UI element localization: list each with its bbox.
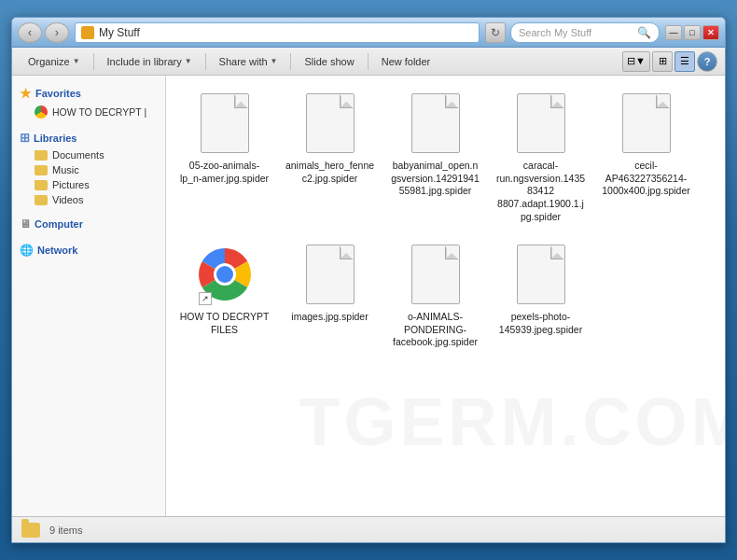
network-header[interactable]: 🌐 Network [12, 241, 165, 259]
file-label-3: caracal-run.ngsversion.143583412 8807.ad… [495, 160, 586, 223]
doc-icon-3 [517, 93, 565, 153]
computer-section: 🖥 Computer [12, 215, 165, 233]
pictures-folder-icon [35, 180, 48, 190]
file-label-7: o-ANIMALS-PONDERING-facebook.jpg.spider [390, 311, 480, 349]
sidebar-item-documents[interactable]: Documents [12, 147, 165, 162]
search-bar[interactable]: Search My Stuff 🔍 [510, 22, 660, 43]
file-area: 05-zoo-animals-lp_n-amer.jpg.spider anim… [166, 76, 725, 364]
favorites-section: ★ Favorites HOW TO DECRYPT | [12, 83, 165, 120]
computer-header[interactable]: 🖥 Computer [12, 215, 165, 233]
file-icon-0 [197, 91, 253, 156]
minimize-button[interactable]: — [665, 25, 682, 40]
sidebar-item-music[interactable]: Music [12, 162, 165, 177]
view-layout-button[interactable]: ⊞ [652, 51, 673, 72]
file-icon-7 [408, 242, 464, 307]
computer-label: Computer [35, 218, 83, 230]
libraries-label: Libraries [34, 133, 76, 144]
file-label-2: babyanimal_open.ngsversion.1429194155981… [390, 160, 480, 198]
view-details-button[interactable]: ☰ [674, 51, 695, 72]
explorer-window: ‹ › My Stuff ↻ Search My Stuff 🔍 — □ ✕ O… [11, 17, 726, 543]
network-icon: 🌐 [20, 244, 34, 257]
star-icon: ★ [20, 86, 32, 101]
doc-icon-4 [622, 93, 671, 153]
organize-dropdown-arrow: ▼ [73, 57, 80, 65]
doc-icon-8 [517, 245, 565, 304]
list-item[interactable]: ↗ HOW TO DECRYPT FILES [175, 236, 273, 355]
refresh-button[interactable]: ↻ [485, 22, 506, 43]
file-label-6: images.jpg.spider [291, 311, 368, 324]
file-label-chrome: HOW TO DECRYPT FILES [179, 311, 270, 336]
toolbar: Organize ▼ Include in library ▼ Share wi… [12, 48, 725, 76]
list-item[interactable]: o-ANIMALS-PONDERING-facebook.jpg.spider [386, 236, 484, 355]
view-extra-button[interactable]: ⊟▼ [622, 51, 650, 72]
file-icon-2 [408, 91, 464, 156]
search-placeholder-text: Search My Stuff [519, 27, 591, 38]
library-icon: ⊞ [20, 131, 30, 145]
organize-button[interactable]: Organize ▼ [20, 51, 89, 72]
list-item[interactable]: cecil-AP463227356214-1000x400.jpg.spider [597, 85, 695, 229]
computer-icon: 🖥 [20, 217, 31, 231]
shortcut-arrow-icon: ↗ [199, 292, 212, 305]
search-icon: 🔍 [637, 26, 651, 39]
file-icon-chrome: ↗ [197, 242, 253, 307]
libraries-header[interactable]: ⊞ Libraries [12, 128, 165, 147]
documents-folder-icon [35, 150, 48, 161]
list-item[interactable]: babyanimal_open.ngsversion.1429194155981… [386, 85, 484, 229]
close-button[interactable]: ✕ [702, 25, 719, 40]
videos-label: Videos [52, 194, 83, 205]
network-label: Network [37, 245, 77, 256]
file-icon-4 [619, 91, 674, 156]
address-bar[interactable]: My Stuff [75, 22, 480, 43]
status-bar: 9 items [12, 516, 725, 542]
help-button[interactable]: ? [697, 51, 717, 72]
back-button[interactable]: ‹ [18, 22, 42, 43]
sidebar-item-videos[interactable]: Videos [12, 192, 165, 207]
address-text: My Stuff [99, 26, 140, 39]
list-item[interactable]: pexels-photo-145939.jpeg.spider [492, 236, 590, 355]
title-bar: ‹ › My Stuff ↻ Search My Stuff 🔍 — □ ✕ [12, 18, 725, 48]
toolbar-separator-2 [205, 53, 206, 70]
status-folder-icon [21, 523, 40, 538]
list-item[interactable]: 05-zoo-animals-lp_n-amer.jpg.spider [175, 85, 273, 229]
libraries-section: ⊞ Libraries Documents Music Pictures [12, 128, 165, 207]
watermark: TGERM.COM [325, 384, 725, 460]
file-label-1: animals_hero_fennec2.jpg.spider [285, 160, 375, 185]
new-folder-button[interactable]: New folder [373, 51, 439, 72]
videos-folder-icon [35, 195, 48, 205]
file-icon-1 [302, 91, 358, 156]
include-dropdown-arrow: ▼ [185, 57, 192, 65]
list-item[interactable]: caracal-run.ngsversion.143583412 8807.ad… [492, 85, 590, 229]
sidebar-item-how-to-decrypt[interactable]: HOW TO DECRYPT | [12, 104, 165, 120]
slide-show-button[interactable]: Slide show [296, 51, 362, 72]
main-content: ★ Favorites HOW TO DECRYPT | ⊞ Libraries… [12, 76, 725, 516]
share-dropdown-arrow: ▼ [271, 57, 278, 65]
include-in-library-button[interactable]: Include in library ▼ [99, 51, 201, 72]
window-controls: — □ ✕ [665, 25, 719, 40]
file-label-4: cecil-AP463227356214-1000x400.jpg.spider [601, 160, 691, 198]
file-label-8: pexels-photo-145939.jpeg.spider [495, 311, 586, 336]
maximize-button[interactable]: □ [684, 25, 701, 40]
favorites-header[interactable]: ★ Favorites [12, 83, 165, 104]
view-icons: ⊟▼ ⊞ ☰ ? [622, 51, 717, 72]
documents-label: Documents [52, 149, 104, 161]
doc-icon-2 [411, 93, 460, 153]
file-label-0: 05-zoo-animals-lp_n-amer.jpg.spider [179, 160, 270, 185]
file-area-wrapper: TGERM.COM 05-zoo-animals-lp_n-amer.jpg.s… [166, 76, 725, 516]
svg-point-2 [216, 266, 233, 283]
favorites-label: Favorites [35, 88, 81, 99]
network-section: 🌐 Network [12, 241, 165, 259]
pictures-label: Pictures [52, 179, 90, 190]
how-to-decrypt-label: HOW TO DECRYPT | [52, 106, 146, 118]
folder-address-icon [81, 26, 94, 39]
toolbar-separator-1 [93, 53, 94, 70]
file-icon-3 [513, 91, 569, 156]
music-label: Music [52, 164, 79, 175]
forward-button[interactable]: › [45, 22, 69, 43]
doc-icon-7 [411, 245, 460, 304]
sidebar-item-pictures[interactable]: Pictures [12, 177, 165, 192]
doc-icon-0 [201, 93, 249, 153]
share-with-button[interactable]: Share with ▼ [211, 51, 286, 72]
list-item[interactable]: images.jpg.spider [281, 236, 379, 355]
status-item-count: 9 items [49, 525, 82, 536]
list-item[interactable]: animals_hero_fennec2.jpg.spider [281, 85, 379, 229]
